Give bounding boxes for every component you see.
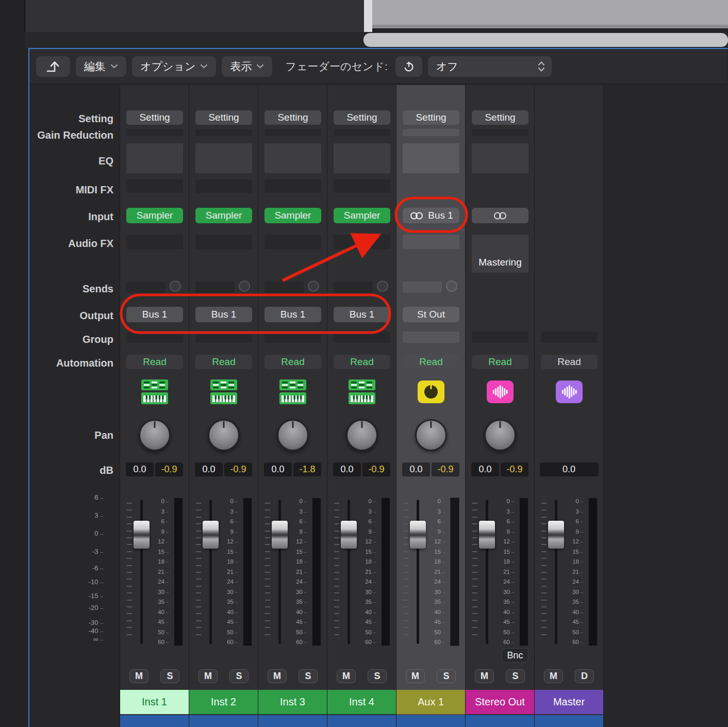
channel-strip-inst-4[interactable]: SettingSamplerBus 1Read0.0-0.90369121518… — [327, 85, 396, 727]
output-button[interactable]: Bus 1 — [264, 307, 321, 322]
send-slot[interactable] — [126, 282, 166, 293]
eq-display[interactable] — [472, 143, 528, 173]
automation-mode-button[interactable]: Read — [403, 355, 459, 369]
knob-icon[interactable] — [396, 378, 465, 405]
mute-button[interactable]: M — [475, 669, 494, 683]
channel-name[interactable]: Aux 1 — [396, 690, 465, 714]
send-slot[interactable] — [334, 282, 373, 293]
solo-button[interactable]: S — [160, 669, 179, 683]
channel-settings-button[interactable]: Setting — [334, 110, 390, 125]
pan-knob[interactable] — [415, 419, 447, 451]
volume-value[interactable]: 0.0 — [126, 462, 154, 476]
channel-name[interactable]: Inst 2 — [189, 690, 258, 714]
send-level-knob[interactable] — [308, 280, 319, 292]
fader-sends-select[interactable]: オフ — [428, 56, 552, 77]
audio-fx-slot[interactable] — [334, 235, 390, 249]
channel-name[interactable]: Master — [535, 690, 603, 714]
fader-sends-power-button[interactable] — [395, 56, 422, 77]
volume-value[interactable]: 0.0 — [540, 462, 599, 476]
send-slot[interactable] — [264, 282, 304, 293]
solo-button[interactable]: S — [437, 669, 456, 683]
midi-instrument-icon[interactable] — [120, 378, 189, 405]
horizontal-scrollbar-thumb[interactable] — [363, 33, 728, 47]
send-level-knob[interactable] — [377, 280, 388, 292]
group-slot[interactable] — [541, 332, 598, 343]
channel-settings-button[interactable]: Setting — [264, 110, 321, 125]
send-level-knob[interactable] — [446, 280, 457, 292]
channel-settings-button[interactable]: Setting — [195, 110, 252, 125]
volume-value[interactable]: 0.0 — [264, 462, 292, 476]
volume-value[interactable]: 0.0 — [333, 462, 361, 476]
pan-knob[interactable] — [346, 419, 378, 451]
automation-mode-button[interactable]: Read — [541, 355, 598, 369]
output-button[interactable]: St Out — [403, 307, 459, 322]
solo-button[interactable]: S — [506, 669, 525, 683]
channel-settings-button[interactable]: Setting — [126, 110, 183, 125]
view-menu-button[interactable]: 表示 — [222, 56, 272, 77]
go-up-button[interactable] — [36, 56, 70, 77]
waveform-icon[interactable] — [466, 378, 534, 405]
midi-fx-slot[interactable] — [264, 179, 321, 193]
group-slot[interactable] — [126, 332, 183, 343]
solo-button[interactable]: S — [299, 669, 318, 683]
volume-value[interactable]: 0.0 — [471, 462, 499, 476]
midi-instrument-icon[interactable] — [327, 378, 396, 405]
solo-button[interactable]: S — [368, 669, 387, 683]
output-button[interactable]: Bus 1 — [126, 307, 183, 322]
channel-strip-inst-2[interactable]: SettingSamplerBus 1Read0.0-0.90369121518… — [189, 85, 258, 727]
eq-display[interactable] — [195, 143, 252, 173]
mute-button[interactable]: M — [268, 669, 287, 683]
mute-button[interactable]: M — [544, 669, 563, 683]
channel-strip-aux-1[interactable]: SettingBus 1St OutRead0.0-0.903691215182… — [396, 85, 466, 727]
mute-button[interactable]: M — [129, 669, 148, 683]
volume-value[interactable]: 0.0 — [195, 462, 223, 476]
send-level-knob[interactable] — [239, 280, 250, 292]
eq-display[interactable] — [126, 143, 183, 173]
instrument-input-button[interactable]: Sampler — [264, 208, 321, 223]
group-slot[interactable] — [264, 332, 321, 343]
instrument-input-button[interactable]: Sampler — [195, 208, 252, 223]
pan-knob[interactable] — [139, 419, 171, 451]
automation-mode-button[interactable]: Read — [264, 355, 321, 369]
instrument-input-button[interactable]: Sampler — [126, 208, 183, 223]
midi-fx-slot[interactable] — [334, 179, 390, 193]
options-menu-button[interactable]: オプション — [132, 56, 216, 77]
midi-instrument-icon[interactable] — [258, 378, 327, 405]
mute-button[interactable]: M — [337, 669, 356, 683]
audio-fx-plugin[interactable]: Mastering — [472, 235, 528, 273]
channel-name[interactable]: Inst 3 — [258, 690, 327, 714]
audio-fx-slot[interactable] — [403, 235, 459, 249]
horizontal-scrollbar-track[interactable] — [25, 32, 728, 48]
pan-knob[interactable] — [277, 419, 309, 451]
midi-fx-slot[interactable] — [195, 179, 252, 193]
channel-strip-inst-1[interactable]: SettingSamplerBus 1Read0.0-0.90369121518… — [120, 85, 189, 727]
mute-button[interactable]: M — [198, 669, 218, 683]
mute-button[interactable]: M — [406, 669, 425, 683]
audio-fx-slot[interactable] — [264, 235, 321, 249]
automation-mode-button[interactable]: Read — [334, 355, 390, 369]
waveform-icon[interactable] — [535, 378, 603, 405]
automation-mode-button[interactable]: Read — [472, 355, 528, 369]
instrument-input-button[interactable]: Sampler — [334, 208, 390, 223]
bus-input-button[interactable]: Bus 1 — [403, 208, 459, 223]
stereo-input-button[interactable] — [472, 208, 528, 223]
solo-button[interactable]: D — [575, 669, 594, 683]
send-level-knob[interactable] — [170, 280, 181, 292]
output-button[interactable]: Bus 1 — [334, 307, 390, 322]
midi-fx-slot[interactable] — [126, 179, 183, 193]
edit-menu-button[interactable]: 編集 — [76, 56, 126, 77]
channel-name[interactable]: Inst 1 — [120, 690, 189, 714]
group-slot[interactable] — [472, 332, 528, 343]
audio-fx-slot[interactable] — [126, 235, 183, 249]
channel-strip-master[interactable]: Read0.003691215182124303540455060MDMaste… — [535, 85, 604, 727]
midi-instrument-icon[interactable] — [189, 378, 258, 405]
eq-display[interactable] — [334, 143, 390, 173]
automation-mode-button[interactable]: Read — [195, 355, 252, 369]
pan-knob[interactable] — [484, 419, 516, 451]
eq-display[interactable] — [264, 143, 321, 173]
pan-knob[interactable] — [208, 419, 240, 451]
channel-name[interactable]: Inst 4 — [327, 690, 396, 714]
solo-button[interactable]: S — [229, 669, 249, 683]
eq-display[interactable] — [403, 143, 459, 173]
output-button[interactable]: Bus 1 — [195, 307, 252, 322]
